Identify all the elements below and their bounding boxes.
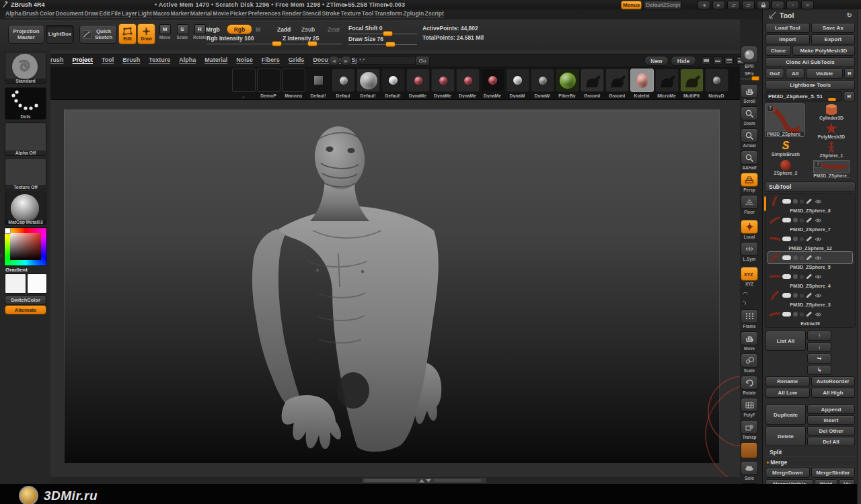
sidebar-collapse-icon[interactable]: › xyxy=(0,252,2,259)
polypaint-toggle[interactable] xyxy=(793,237,798,241)
lightbox-tab-project[interactable]: Project xyxy=(73,56,93,63)
scale-icon[interactable] xyxy=(741,353,758,368)
eye-icon[interactable] xyxy=(815,255,822,261)
tool-thumb-cylinder3d[interactable]: Cylinder3D xyxy=(808,103,855,120)
rgb-intensity-slider[interactable]: Rgb Intensity 100 xyxy=(207,35,276,44)
extra-toggle[interactable] xyxy=(800,275,804,279)
zadd-button[interactable]: Zadd xyxy=(277,26,291,33)
shelf-actual-button[interactable]: Actual xyxy=(741,128,758,148)
rgb-intensity-handle[interactable] xyxy=(272,41,282,46)
eye-icon[interactable] xyxy=(815,218,822,223)
scale-button[interactable]: S Scale xyxy=(174,24,190,40)
lightbox-thumbnail[interactable]: DynaMe xyxy=(481,69,504,98)
stroke-type-thumb[interactable]: Dots xyxy=(5,87,46,120)
draw-size-handle[interactable] xyxy=(385,42,396,47)
shelf-aahalf-button[interactable]: AAHalf xyxy=(741,151,758,170)
extra-toggle[interactable] xyxy=(800,200,804,204)
menu-texture[interactable]: Texture xyxy=(340,10,361,17)
shelf-floor-button[interactable]: Floor xyxy=(741,195,758,214)
menu-movie[interactable]: Movie xyxy=(213,10,229,17)
sculpt-pencil-icon[interactable] xyxy=(806,198,813,204)
menu-draw[interactable]: Draw xyxy=(84,10,98,17)
sv-square[interactable] xyxy=(10,233,41,260)
all-low-button[interactable]: All Low xyxy=(765,388,810,398)
lightbox-back-icon[interactable]: ◀ xyxy=(328,56,340,66)
lightbox-tab-noise[interactable]: Noise xyxy=(236,56,253,63)
shelf-scroll-button[interactable]: Scroll xyxy=(741,84,758,103)
edit-button[interactable]: Edit xyxy=(118,24,137,44)
eye-icon[interactable] xyxy=(815,237,822,242)
gradient-label[interactable]: Gradient xyxy=(5,267,28,273)
goz-r-button[interactable]: R xyxy=(844,69,855,79)
zcut-button[interactable]: Zcut xyxy=(328,26,340,33)
polyf-icon[interactable] xyxy=(741,398,758,412)
goz-button[interactable]: GoZ xyxy=(765,69,784,79)
tool-thumb-pm3d_zsphere_[interactable]: 7PM3D_ZSphere_ xyxy=(808,160,855,178)
eye-icon[interactable] xyxy=(815,274,822,280)
subtool-row[interactable] xyxy=(768,233,853,245)
visibility-eye-toggle[interactable] xyxy=(782,199,791,204)
lightbox-new-button[interactable]: New xyxy=(644,56,669,66)
lightbox-thumbnail[interactable]: GroomI xyxy=(581,69,603,98)
rotate-icon[interactable] xyxy=(741,376,758,390)
tool-thumb-zsphere_2[interactable]: ZSphere_2 xyxy=(765,159,806,175)
shelf-spix-button[interactable]: SPix xyxy=(741,71,758,79)
thumbnail-image[interactable] xyxy=(481,69,504,92)
menu-preferences[interactable]: Preferences xyxy=(248,10,281,17)
lightbox-thumbnail[interactable]: Kotelni xyxy=(630,69,653,98)
thumbnail-image[interactable] xyxy=(431,69,455,92)
tool-thumb-simplebrush[interactable]: SSimpleBrush xyxy=(765,140,806,157)
lightbox-thumbnail[interactable]: DemoP xyxy=(257,69,280,98)
close-icon[interactable]: × xyxy=(801,1,814,9)
del-all-button[interactable]: Del All xyxy=(807,437,855,446)
thumbnail-image[interactable] xyxy=(307,69,330,92)
lightbox-button[interactable]: LightBox xyxy=(46,25,74,44)
density-2-icon[interactable] xyxy=(713,56,722,65)
sculpt-pencil-icon[interactable] xyxy=(806,217,813,223)
persp-icon[interactable] xyxy=(741,173,758,187)
color-picker[interactable] xyxy=(4,227,47,266)
menu-document[interactable]: Document xyxy=(55,10,83,17)
ghost-icon[interactable] xyxy=(741,442,757,458)
lightbox-thumbnail[interactable]: DynaMe xyxy=(406,69,429,98)
z-intensity-handle[interactable] xyxy=(307,41,317,46)
focal-shift-slider[interactable]: Focal Shift 0 xyxy=(348,25,417,34)
menu-material[interactable]: Material xyxy=(190,10,212,17)
lightbox-thumbnail[interactable]: Defaul! xyxy=(381,69,404,98)
lightbox-thumbnail[interactable]: MicroMe xyxy=(655,69,678,98)
duplicate-button[interactable]: Duplicate xyxy=(765,405,806,425)
scroll-right-icon[interactable]: ▸ xyxy=(712,1,725,9)
thumbnail-image[interactable] xyxy=(655,69,679,92)
shelf-persp-button[interactable]: Persp xyxy=(741,173,758,192)
lsym-icon[interactable] xyxy=(741,242,758,256)
lightbox-thumbnail[interactable]: Defaul! xyxy=(357,69,379,98)
shelf-rotate-button[interactable]: Rotate xyxy=(741,376,758,395)
draw-size-slider[interactable]: Draw Size 76 xyxy=(348,36,417,45)
menu-macro[interactable]: Macro xyxy=(153,10,170,17)
lightbox-thumbnail[interactable]: .. xyxy=(232,69,255,98)
mini2-icon[interactable] xyxy=(741,299,750,306)
shelf-xyz-button[interactable]: XYZXYZ xyxy=(741,267,758,286)
thumbnail-image[interactable] xyxy=(680,69,704,92)
menu-tool[interactable]: Tool xyxy=(362,10,373,17)
subtool-shift-down-button[interactable]: ↳ xyxy=(807,365,831,375)
restore-icon[interactable]: ▫ xyxy=(786,1,799,9)
shelf-mini1-button[interactable] xyxy=(741,289,758,296)
shelf-move-button[interactable]: Move xyxy=(741,331,758,351)
shelf-ghost-button[interactable] xyxy=(741,442,758,458)
thumbnail-image[interactable] xyxy=(605,69,629,92)
paste-doc-icon[interactable]: ▱ xyxy=(742,1,755,9)
delete-button[interactable]: Delete xyxy=(765,426,806,446)
hand-icon[interactable] xyxy=(741,331,758,345)
lightbox-thumbnail[interactable]: FiberBy xyxy=(556,69,578,98)
tool-r-button[interactable]: R xyxy=(844,91,855,101)
menu-transform[interactable]: Transform xyxy=(375,10,403,17)
make-polymesh3d-button[interactable]: Make PolyMesh3D xyxy=(792,46,855,56)
lightbox-thumbnail[interactable]: MultiFit xyxy=(680,69,703,98)
menu-stroke[interactable]: Stroke xyxy=(322,10,340,17)
thumbnail-image[interactable] xyxy=(332,69,355,92)
lightbox-tab-alpha[interactable]: Alpha xyxy=(179,56,196,63)
scroll-down-icon[interactable] xyxy=(426,479,431,482)
sculpt-pencil-icon[interactable] xyxy=(806,292,813,298)
xyz-icon[interactable]: XYZ xyxy=(741,267,758,281)
